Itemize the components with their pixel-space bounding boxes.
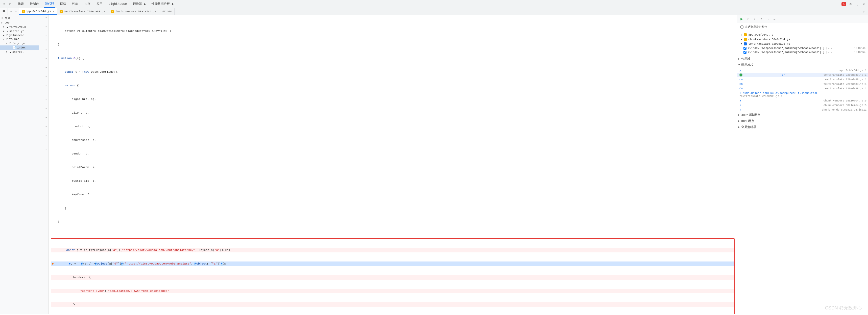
callstack-item-y[interactable]: y app.0c6fc64d.js:1 bbox=[737, 68, 868, 73]
bp-item-1: (window["webpackJsonp"]=window["webpackJ… bbox=[739, 46, 866, 50]
js-file-icon: J bbox=[22, 10, 25, 13]
tree-item-ydluna[interactable]: ▶ □ ydlunacor bbox=[0, 33, 39, 37]
tab-memory[interactable]: 内存 bbox=[83, 0, 91, 7]
tree-item-shared2[interactable]: ▶ ☁ shared. bbox=[0, 50, 39, 54]
tab-network[interactable]: 网络 bbox=[59, 0, 67, 7]
tab-elements[interactable]: 元素 bbox=[17, 0, 25, 7]
js-file-icon-3: J bbox=[111, 10, 114, 13]
script-name-app: app.0c6fc64d.js bbox=[748, 33, 864, 36]
code-content: – – – – – – – – – – – – – – – – – – – – bbox=[39, 15, 737, 314]
bp-line-1: 1:48546 bbox=[855, 47, 866, 50]
bp-text-2: (window["webpackJsonp"]=window["webpackJ… bbox=[748, 51, 853, 54]
file-tree-toggle[interactable]: ☰ bbox=[0, 8, 8, 15]
step-out-icon[interactable]: ↑ bbox=[759, 17, 764, 21]
tree-menu-icon[interactable]: ⋮ bbox=[11, 15, 16, 20]
bp-line-2: 1:48554 bbox=[855, 51, 866, 54]
callstack-name-y: y bbox=[739, 69, 741, 72]
callstack-items: y app.0c6fc64d.js:1 ln textTranslate.729… bbox=[737, 68, 868, 112]
tab-performance[interactable]: 性能 bbox=[71, 0, 79, 7]
nav-arrows[interactable]: ≪ ≫ bbox=[8, 8, 19, 15]
callstack-name-n: n bbox=[739, 108, 741, 111]
tree-item-webpage[interactable]: ≪ 网页 ⋮ bbox=[0, 15, 39, 21]
tree-label-index: index bbox=[17, 46, 26, 49]
more-options-icon[interactable]: ⋮ bbox=[855, 2, 860, 6]
step-icon[interactable]: → bbox=[766, 17, 770, 21]
code-lines-container: return v( client=${d}&mysticTime=${e}&pr… bbox=[49, 15, 737, 314]
step-into-icon[interactable]: ↓ bbox=[752, 17, 757, 21]
deactivate-bp-icon[interactable]: ✏ bbox=[772, 17, 777, 21]
script-dot-chunk bbox=[744, 38, 747, 41]
scope-section-toggle[interactable]: ▶ 作用域 bbox=[737, 56, 868, 62]
callstack-file-n: chunk-vendors.58a1e7c4.js:11 bbox=[822, 108, 867, 111]
pause-checkbox-row[interactable]: 在遇到异常时暂停 bbox=[739, 25, 866, 29]
bp-checkbox-2[interactable] bbox=[743, 51, 746, 54]
tree-item-fanyi1[interactable]: ▶ ☁ fanyi.youc bbox=[0, 25, 39, 29]
script-item-texttranslate[interactable]: ▼ textTranslate.729eda88.js bbox=[739, 42, 866, 46]
tab-lighthouse[interactable]: Lighthouse bbox=[107, 1, 128, 7]
script-item-app[interactable]: ▶ app.0c6fc64d.js bbox=[739, 33, 866, 37]
script-item-chunk[interactable]: ▶ chunk-vendors.58a1e7c4.js bbox=[739, 37, 866, 42]
callstack-item-a[interactable]: a chunk-vendors.58a1e7c4.js:5 bbox=[737, 98, 868, 103]
tab-application[interactable]: 应用 bbox=[95, 0, 103, 7]
tab-perf-analysis[interactable]: 性能数据分析 ▲ bbox=[151, 0, 174, 7]
file-tabs-bar: ☰ ≪ ≫ J app.0c6fc64d.js ✕ J textTranslat… bbox=[0, 8, 868, 15]
code-editor[interactable]: – – – – – – – – – – – – – – – – – – – – bbox=[39, 15, 737, 314]
tree-cloud-shared1: ☁ bbox=[6, 30, 8, 33]
script-arrow-texttranslate: ▼ bbox=[741, 43, 742, 45]
file-tab-vm1404[interactable]: VM1404 bbox=[159, 8, 175, 15]
callstack-item-Bn[interactable]: Bn textTranslate.729eda88.js:1 bbox=[737, 82, 868, 86]
devtools-icons: ≡ ☐ bbox=[2, 2, 12, 6]
tree-item-index[interactable]: 📄 index bbox=[0, 45, 39, 50]
scope-label: 作用域 bbox=[741, 57, 750, 61]
scope-arrow: ▶ bbox=[738, 58, 740, 60]
script-dot-app bbox=[744, 33, 747, 36]
tree-item-shared1[interactable]: ▶ ☁ shared.yc bbox=[0, 29, 39, 33]
code-line-4: return { bbox=[51, 83, 735, 88]
tree-arrow-fanyi2: ▽ bbox=[6, 42, 8, 45]
add-tab-icon[interactable]: ▷ bbox=[862, 9, 866, 14]
close-tab-app[interactable]: ✕ bbox=[53, 10, 54, 13]
callstack-file-Cn: textTranslate.729eda88.js:1 bbox=[824, 87, 867, 90]
file-tab-chunk[interactable]: J chunk-vendors.58a1e7c4.js bbox=[108, 8, 159, 15]
tree-item-youdao[interactable]: ▽ □ YOUDAO bbox=[0, 37, 39, 41]
callstack-item-u[interactable]: u chunk-vendors.58a1e7c4.js:5 bbox=[737, 103, 868, 108]
tree-item-fanyi2[interactable]: ▽ □ fanyi.yc bbox=[0, 41, 39, 45]
code-line-8: appVersion: p, bbox=[51, 138, 735, 142]
callstack-section-toggle[interactable]: ▼ 调用堆栈 bbox=[737, 62, 868, 68]
global-section-toggle[interactable]: ▶ 全局监听器 bbox=[737, 124, 868, 130]
tree-arrow-youdao: ▽ bbox=[3, 38, 5, 41]
code-line-3: const t = (new Date).getTime(); bbox=[51, 70, 735, 74]
close-devtools-icon[interactable]: ✕ bbox=[862, 2, 866, 6]
tab-sources[interactable]: 源代码 bbox=[44, 0, 55, 8]
settings-icon[interactable]: ⚙ bbox=[848, 2, 853, 6]
tree-item-top[interactable]: ▽ top bbox=[0, 21, 39, 25]
tree-arrow: ≪ bbox=[1, 17, 3, 20]
callstack-item-Cn[interactable]: Cn textTranslate.729eda88.js:1 bbox=[737, 86, 868, 91]
devtools-toggle-icon[interactable]: ≡ bbox=[2, 2, 6, 6]
xhr-section-toggle[interactable]: ▶ XHR/提取断点 bbox=[737, 112, 868, 118]
right-panel: ▶ ↩ ↓ ↑ → ✏ 在遇到异常时暂停 ▶ app.0c6fc64d.js ▶ bbox=[737, 15, 868, 314]
nav-back-icon: ≪ bbox=[10, 10, 13, 13]
callstack-label: 调用堆栈 bbox=[741, 63, 753, 67]
tree-label-fanyi2: fanyi.yc bbox=[12, 42, 26, 45]
callstack-arrow: ▼ bbox=[738, 64, 740, 66]
pause-on-exception-checkbox[interactable] bbox=[740, 26, 743, 29]
file-tab-app[interactable]: J app.0c6fc64d.js ✕ bbox=[19, 8, 57, 15]
devtools-undock-icon[interactable]: ☐ bbox=[8, 2, 12, 6]
callstack-item-computed[interactable]: i.nums.Object.onClick.t.<computed>.t.<co… bbox=[737, 91, 868, 98]
file-tree-panel: ≪ 网页 ⋮ ▽ top ▶ ☁ fanyi.youc ▶ ☁ shared.y… bbox=[0, 15, 39, 314]
tab-console[interactable]: 控制台 bbox=[29, 0, 40, 7]
tab-recorder[interactable]: 记录器 ▲ bbox=[132, 0, 147, 7]
resume-icon[interactable]: ▶ bbox=[739, 17, 744, 21]
tree-label-webpage: 网页 bbox=[4, 16, 10, 20]
code-line-close-headers: } bbox=[51, 302, 734, 307]
callstack-item-n[interactable]: n chunk-vendors.58a1e7c4.js:11 bbox=[737, 108, 868, 112]
step-over-icon[interactable]: ↩ bbox=[746, 17, 750, 21]
callstack-item-ln[interactable]: ln textTranslate.729eda88.js:1 bbox=[737, 73, 868, 77]
bp-checkbox-1[interactable] bbox=[743, 47, 746, 50]
file-tab-texttranslate[interactable]: J textTranslate.729eda88.js bbox=[57, 8, 108, 15]
bp-item-2: (window["webpackJsonp"]=window["webpackJ… bbox=[739, 50, 866, 54]
dom-section-toggle[interactable]: ▶ DOM 断点 bbox=[737, 118, 868, 124]
code-line-headers: headers: { bbox=[51, 275, 734, 280]
callstack-item-cn[interactable]: cn textTranslate.729eda88.js:1 bbox=[737, 77, 868, 82]
